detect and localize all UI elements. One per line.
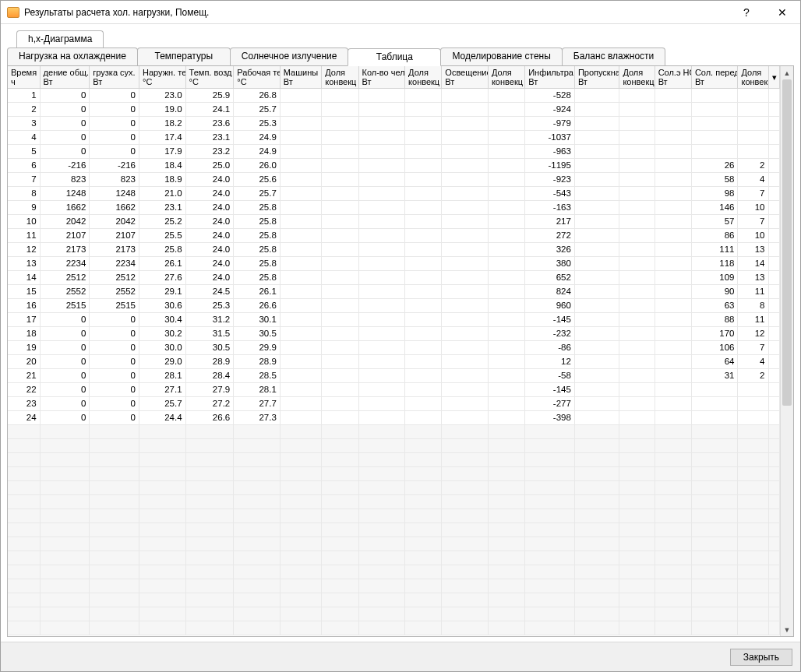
col-header-16[interactable]: Сол. передВт — [691, 66, 738, 88]
cell: 23.2 — [185, 144, 234, 158]
col-header-7[interactable]: Доляконвекц — [322, 66, 358, 88]
table-row[interactable]: 91662166223.124.025.8-16314610 — [8, 200, 780, 214]
table-row[interactable]: 81248124821.024.025.7-543987 — [8, 186, 780, 200]
cell — [280, 340, 321, 354]
table-row[interactable]: 6-216-21618.425.026.0-1195262 — [8, 158, 780, 172]
cell: 2552 — [90, 284, 139, 298]
col-header-14[interactable]: Доляконвекц — [619, 66, 655, 88]
cell: 1 — [8, 88, 40, 102]
cell — [442, 88, 489, 102]
cell — [574, 130, 619, 144]
table-row[interactable]: 782382318.924.025.6-923584 — [8, 172, 780, 186]
table-row[interactable]: 190030.030.529.9-861067 — [8, 340, 780, 354]
col-header-5[interactable]: Рабочая те°C — [234, 66, 281, 88]
col-header-6[interactable]: МашиныВт — [280, 66, 321, 88]
table-row[interactable]: 230025.727.227.7-277 — [8, 396, 780, 410]
col-header-12[interactable]: ИнфильтраВт — [525, 66, 575, 88]
cell — [280, 410, 321, 424]
cell: 1248 — [40, 186, 90, 200]
col-header-4[interactable]: Темп. возд°C — [185, 66, 234, 88]
tab-solar[interactable]: Солнечное излучение — [230, 47, 349, 65]
table-row[interactable]: 112107210725.524.025.82728610 — [8, 228, 780, 242]
cell — [442, 228, 489, 242]
scroll-down-arrow[interactable]: ▼ — [781, 623, 793, 636]
cell: 7 — [738, 340, 768, 354]
col-header-3[interactable]: Наружн. те°C — [139, 66, 186, 88]
cell: 7 — [738, 186, 768, 200]
table-row[interactable]: 102042204225.224.025.8217577 — [8, 214, 780, 228]
cell — [442, 270, 489, 284]
table-row[interactable]: 10023.025.926.8-528 — [8, 88, 780, 102]
table-row[interactable]: 30018.223.625.3-979 — [8, 116, 780, 130]
tab-wall-model[interactable]: Моделирование стены — [440, 47, 562, 65]
cell — [405, 200, 442, 214]
table-row[interactable]: 162515251530.625.326.6960638 — [8, 298, 780, 312]
cell: 0 — [90, 312, 139, 326]
cell — [280, 116, 321, 130]
table-row[interactable]: 210028.128.428.5-58312 — [8, 368, 780, 382]
table-row[interactable]: 132234223426.124.025.838011814 — [8, 256, 780, 270]
col-header-11[interactable]: Доляконвекц — [488, 66, 524, 88]
close-dialog-button[interactable]: Закрыть — [730, 649, 792, 666]
cell: -277 — [525, 396, 575, 410]
empty-row — [8, 537, 780, 551]
cell — [738, 396, 768, 410]
cell — [405, 326, 442, 340]
col-header-10[interactable]: ОсвещениеВт — [442, 66, 489, 88]
table-row[interactable]: 220027.127.928.1-145 — [8, 382, 780, 396]
table-row[interactable]: 200029.028.928.912644 — [8, 354, 780, 368]
tab-humidity[interactable]: Баланс влажности — [562, 47, 666, 65]
col-header-0[interactable]: Времяч — [8, 66, 40, 88]
cell: 30.6 — [139, 298, 186, 312]
tab-table[interactable]: Таблица — [348, 48, 441, 66]
vertical-scrollbar[interactable]: ▲ ▼ — [780, 66, 793, 636]
help-button[interactable]: ? — [729, 1, 764, 24]
tab-temperatures[interactable]: Температуры — [137, 47, 231, 65]
cell — [322, 130, 358, 144]
table-row[interactable]: 142512251227.624.025.865210913 — [8, 270, 780, 284]
cell — [322, 382, 358, 396]
table-row[interactable]: 50017.923.224.9-963 — [8, 144, 780, 158]
cell — [442, 256, 489, 270]
table-row[interactable]: 180030.231.530.5-23217012 — [8, 326, 780, 340]
scroll-thumb[interactable] — [782, 79, 792, 406]
cell: 0 — [40, 116, 90, 130]
col-header-15[interactable]: Сол.э НСВт — [655, 66, 691, 88]
cell: 23.1 — [185, 130, 234, 144]
col-header-1[interactable]: дение общ.Вт — [40, 66, 90, 88]
col-header-17[interactable]: Доляконвекц — [738, 66, 768, 88]
scroll-up-arrow[interactable]: ▲ — [781, 66, 793, 79]
empty-row — [8, 466, 780, 480]
cell — [691, 116, 738, 130]
cell — [405, 284, 442, 298]
table-row[interactable]: 20019.024.125.7-924 — [8, 102, 780, 116]
table-row[interactable]: 40017.423.124.9-1037 — [8, 130, 780, 144]
cell — [358, 396, 405, 410]
cell: 2512 — [90, 270, 139, 284]
col-header-2[interactable]: грузка сух.Вт — [90, 66, 139, 88]
subtab-hx-diagram[interactable]: h,x-Диаграмма — [16, 30, 104, 47]
cell — [358, 298, 405, 312]
cell — [574, 186, 619, 200]
cell — [488, 326, 524, 340]
close-button[interactable]: ✕ — [764, 1, 800, 24]
cell: 0 — [40, 368, 90, 382]
cell: 25.7 — [139, 396, 186, 410]
table-row[interactable]: 122173217325.824.025.832611113 — [8, 242, 780, 256]
table-row[interactable]: 170030.431.230.1-1458811 — [8, 312, 780, 326]
cell: 2512 — [40, 270, 90, 284]
cell — [488, 270, 524, 284]
column-picker-button[interactable]: ▾ — [768, 66, 780, 88]
scroll-track[interactable] — [781, 79, 793, 623]
table-row[interactable]: 240024.426.627.3-398 — [8, 410, 780, 424]
tab-cooling-load[interactable]: Нагрузка на охлаждение — [7, 47, 138, 65]
cell — [488, 284, 524, 298]
cell — [405, 158, 442, 172]
col-header-9[interactable]: Доляконвекц — [405, 66, 442, 88]
col-header-8[interactable]: Кол-во чел.Вт — [358, 66, 405, 88]
cell: 6 — [8, 158, 40, 172]
cell — [322, 116, 358, 130]
col-header-13[interactable]: ПропускнаВт — [574, 66, 619, 88]
empty-row — [8, 607, 780, 621]
table-row[interactable]: 152552255229.124.526.18249011 — [8, 284, 780, 298]
